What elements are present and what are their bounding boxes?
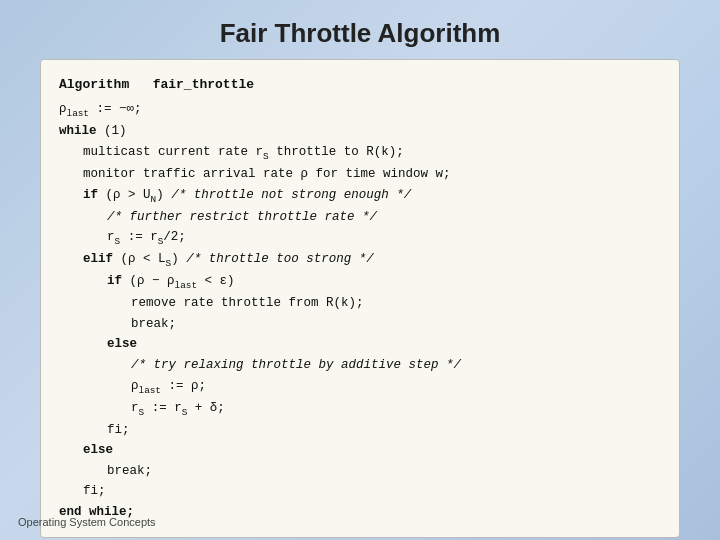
algo-line-16: fi; <box>59 420 661 441</box>
algo-line-8: elif (ρ < LS) /* throttle too strong */ <box>59 249 661 271</box>
footer-text: Operating System Concepts <box>18 516 156 528</box>
algo-line-15: rS := rS + δ; <box>59 398 661 420</box>
algo-line-5: if (ρ > UN) /* throttle not strong enoug… <box>59 185 661 207</box>
algo-line-7: rS := rS/2; <box>59 227 661 249</box>
algo-line-2: while (1) <box>59 121 661 142</box>
algorithm-box: Algorithm fair_throttle ρlast := −∞; whi… <box>40 59 680 538</box>
algo-line-3: multicast current rate rS throttle to R(… <box>59 142 661 164</box>
algo-line-13: /* try relaxing throttle by additive ste… <box>59 355 661 376</box>
algo-line-11: break; <box>59 314 661 335</box>
algo-line-9: if (ρ − ρlast < ε) <box>59 271 661 293</box>
algo-line-10: remove rate throttle from R(k); <box>59 293 661 314</box>
algo-line-19: fi; <box>59 481 661 502</box>
algorithm-keyword: Algorithm <box>59 77 129 92</box>
algorithm-header: Algorithm fair_throttle <box>59 74 661 95</box>
algo-line-14: ρlast := ρ; <box>59 376 661 398</box>
algo-line-1: ρlast := −∞; <box>59 99 661 121</box>
algo-line-18: break; <box>59 461 661 482</box>
algo-line-4: monitor traffic arrival rate ρ for time … <box>59 164 661 185</box>
algo-line-12: else <box>59 334 661 355</box>
algo-line-17: else <box>59 440 661 461</box>
algo-line-6: /* further restrict throttle rate */ <box>59 207 661 228</box>
algorithm-name: fair_throttle <box>153 77 254 92</box>
page-title: Fair Throttle Algorithm <box>220 18 501 49</box>
